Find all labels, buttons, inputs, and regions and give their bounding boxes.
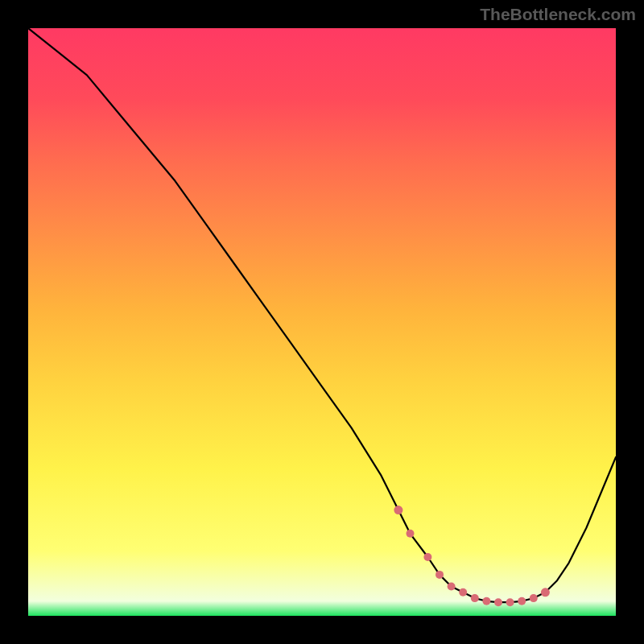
sweet-spot-dot <box>506 598 514 606</box>
chart-frame: TheBottleneck.com <box>0 0 644 644</box>
sweet-spot-dot <box>423 553 431 561</box>
curve-svg <box>28 28 616 616</box>
sweet-spot-dot <box>471 594 479 602</box>
sweet-spot-dot <box>394 506 402 514</box>
sweet-spot-dot <box>518 597 526 605</box>
sweet-spot-dot <box>448 583 456 591</box>
sweet-spot-dot <box>436 571 444 579</box>
sweet-spot-dots <box>394 506 550 606</box>
sweet-spot-dot <box>407 530 415 538</box>
sweet-spot-dot <box>459 588 467 597</box>
sweet-spot-dot <box>494 598 502 606</box>
sweet-spot-dot <box>482 597 490 605</box>
sweet-spot-dot <box>541 588 550 597</box>
watermark-text: TheBottleneck.com <box>480 5 636 24</box>
sweet-spot-dot <box>530 594 538 602</box>
bottleneck-curve <box>28 28 616 602</box>
plot-area <box>28 28 616 616</box>
